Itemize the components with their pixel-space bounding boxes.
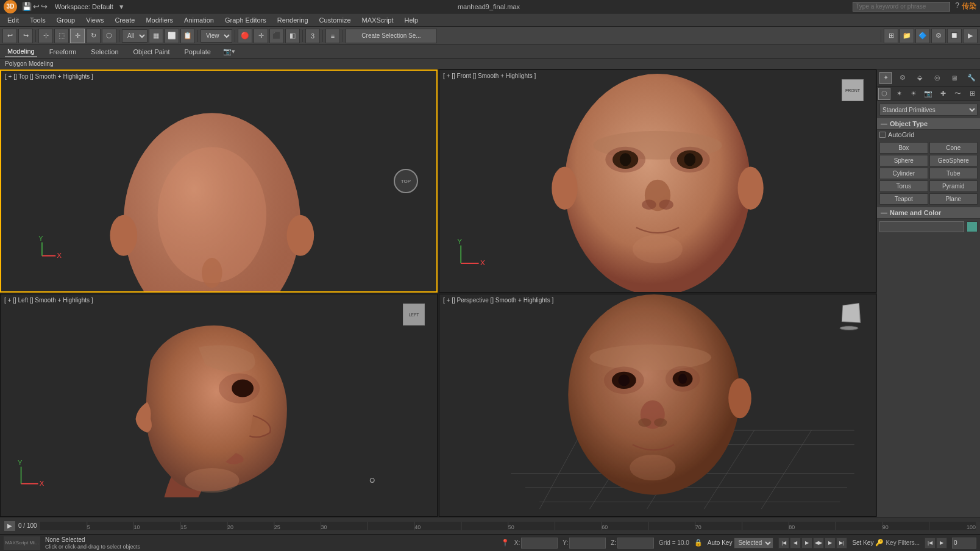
- scale-btn[interactable]: ⬡: [102, 29, 116, 43]
- material-editor-btn[interactable]: 🔷: [915, 29, 930, 43]
- render-setup-btn[interactable]: ⚙: [931, 29, 946, 43]
- selection-filter-dropdown[interactable]: All: [122, 29, 147, 43]
- rotate-btn[interactable]: ↻: [86, 29, 101, 43]
- go-start-btn[interactable]: |◀: [778, 538, 789, 549]
- redo-btn[interactable]: ↪: [18, 29, 33, 43]
- systems-icon[interactable]: ⊞: [967, 88, 979, 100]
- render-frame-btn[interactable]: ▶: [963, 29, 978, 43]
- layers-btn[interactable]: ≡: [325, 29, 340, 43]
- menu-edit[interactable]: Edit: [2, 15, 24, 25]
- schematic-btn[interactable]: ⊞: [884, 29, 898, 43]
- autokey-dropdown[interactable]: Selected: [734, 538, 773, 549]
- viewport-perspective[interactable]: [ + [] Perspective [] Smooth + Highlight…: [439, 294, 876, 517]
- tab-objectpaint[interactable]: Object Paint: [131, 47, 172, 57]
- y-input[interactable]: [569, 538, 606, 549]
- plane-btn[interactable]: Plane: [929, 193, 978, 205]
- next-frame-btn[interactable]: ▶: [825, 538, 836, 549]
- modify-icon[interactable]: ⚙: [897, 72, 909, 84]
- name-color-header[interactable]: — Name and Color: [877, 207, 980, 219]
- maxscript-mini[interactable]: MAXScript Mi...: [4, 536, 40, 550]
- align-btn[interactable]: ◧: [285, 29, 300, 43]
- go-end-btn[interactable]: ▶|: [836, 538, 847, 549]
- light-icon[interactable]: ☀: [907, 88, 920, 100]
- shape-icon[interactable]: ✶: [893, 88, 905, 100]
- workspace-label[interactable]: Workspace: Default: [55, 3, 113, 10]
- snap-btn[interactable]: ✛: [254, 29, 268, 43]
- toolbar-icon[interactable]: ↪: [41, 2, 48, 11]
- name-input[interactable]: [879, 221, 964, 232]
- menu-create[interactable]: Create: [110, 15, 140, 25]
- menu-tools[interactable]: Tools: [25, 15, 51, 25]
- geosphere-btn[interactable]: GeoSphere: [929, 155, 978, 166]
- render-btn[interactable]: 🔲: [947, 29, 962, 43]
- viewport-top[interactable]: [ + [] Top [] Smooth + Highlights ] TOP: [0, 69, 438, 293]
- torus-btn[interactable]: Torus: [879, 180, 928, 192]
- hierarchy-icon[interactable]: ⬙: [914, 72, 926, 84]
- tab-modeling[interactable]: Modeling: [5, 46, 37, 57]
- mirror-btn[interactable]: ⬛: [269, 29, 284, 43]
- camera-icon[interactable]: 📷: [922, 88, 934, 100]
- menu-group[interactable]: Group: [52, 15, 80, 25]
- helper-icon[interactable]: ✚: [937, 88, 950, 100]
- graph-editor-btn[interactable]: 3: [305, 29, 320, 43]
- menu-grapheditors[interactable]: Graph Editors: [220, 15, 271, 25]
- z-input[interactable]: [617, 538, 654, 549]
- view-dropdown[interactable]: View: [201, 29, 232, 43]
- play-rev-btn[interactable]: ◀▶: [813, 538, 824, 549]
- sphere-btn[interactable]: Sphere: [879, 155, 928, 166]
- go-start-btn2[interactable]: |◀: [925, 538, 936, 549]
- undo-btn[interactable]: ↩: [2, 29, 17, 43]
- x-input[interactable]: [521, 538, 558, 549]
- play-fwd-btn[interactable]: ▶: [801, 538, 812, 549]
- prev-frame-btn[interactable]: ◀: [790, 538, 801, 549]
- primitives-dropdown[interactable]: Standard Primitives: [879, 104, 978, 116]
- tab-populate[interactable]: Populate: [182, 47, 213, 57]
- menu-help[interactable]: Help: [400, 15, 424, 25]
- cone-btn[interactable]: Cone: [929, 142, 978, 154]
- svg-text:15: 15: [180, 524, 186, 530]
- create-icon[interactable]: ✦: [879, 72, 892, 84]
- display-icon[interactable]: 🖥: [948, 72, 960, 84]
- tab-freeform[interactable]: Freeform: [47, 47, 79, 57]
- search-input[interactable]: [853, 2, 950, 12]
- viewport-front[interactable]: [ + [] Front [] Smooth + Highlights ] FR…: [439, 69, 876, 293]
- object-type-header[interactable]: — Object Type: [877, 118, 980, 130]
- color-swatch[interactable]: [967, 221, 978, 232]
- brand-text: 传染: [962, 1, 976, 12]
- select-by-name-btn[interactable]: 📋: [180, 29, 195, 43]
- toolbar-icon[interactable]: 💾: [22, 2, 32, 11]
- frame-input[interactable]: [952, 538, 976, 549]
- utilities-icon[interactable]: 🔧: [965, 72, 978, 84]
- geometry-icon[interactable]: ⬡: [878, 88, 890, 100]
- teapot-btn[interactable]: Teapot: [879, 193, 928, 205]
- create-selection-btn[interactable]: Create Selection Se...: [346, 29, 437, 43]
- play-btn[interactable]: ▶: [4, 521, 16, 531]
- move-btn[interactable]: ✛: [70, 29, 85, 43]
- tube-btn[interactable]: Tube: [929, 168, 978, 179]
- pyramid-btn[interactable]: Pyramid: [929, 180, 978, 192]
- menu-animation[interactable]: Animation: [179, 15, 219, 25]
- viewport-left[interactable]: [ + [] Left [] Smooth + Highlights ] LEF…: [0, 294, 438, 517]
- menu-modifiers[interactable]: Modifiers: [141, 15, 178, 25]
- timeline[interactable]: 5 10 15 20 25 30 40 50 60 70 80 90 100: [40, 521, 976, 531]
- menu-customize[interactable]: Customize: [314, 15, 356, 25]
- menu-maxscript[interactable]: MAXScript: [357, 15, 399, 25]
- toolbar-icon[interactable]: ↩: [33, 2, 40, 11]
- window-crossing-btn[interactable]: ⬜: [165, 29, 179, 43]
- play-btn2[interactable]: ▶: [936, 538, 947, 549]
- open-btn[interactable]: 📁: [900, 29, 914, 43]
- menu-rendering[interactable]: Rendering: [272, 15, 313, 25]
- spacewarp-icon[interactable]: 〜: [952, 88, 964, 100]
- box-btn[interactable]: Box: [879, 142, 928, 154]
- select-btn[interactable]: ⊹: [38, 29, 53, 43]
- cylinder-btn[interactable]: Cylinder: [879, 168, 928, 179]
- select-filter-btn[interactable]: ▦: [149, 29, 163, 43]
- tab-selection[interactable]: Selection: [88, 47, 121, 57]
- motion-icon[interactable]: ◎: [931, 72, 943, 84]
- location-icon: 📍: [501, 539, 510, 547]
- help-icon[interactable]: ?: [955, 1, 959, 12]
- autogrid-checkbox[interactable]: [879, 132, 886, 138]
- select-region-btn[interactable]: ⬚: [54, 29, 69, 43]
- menu-views[interactable]: Views: [81, 15, 108, 25]
- material-btn[interactable]: 🔴: [238, 29, 252, 43]
